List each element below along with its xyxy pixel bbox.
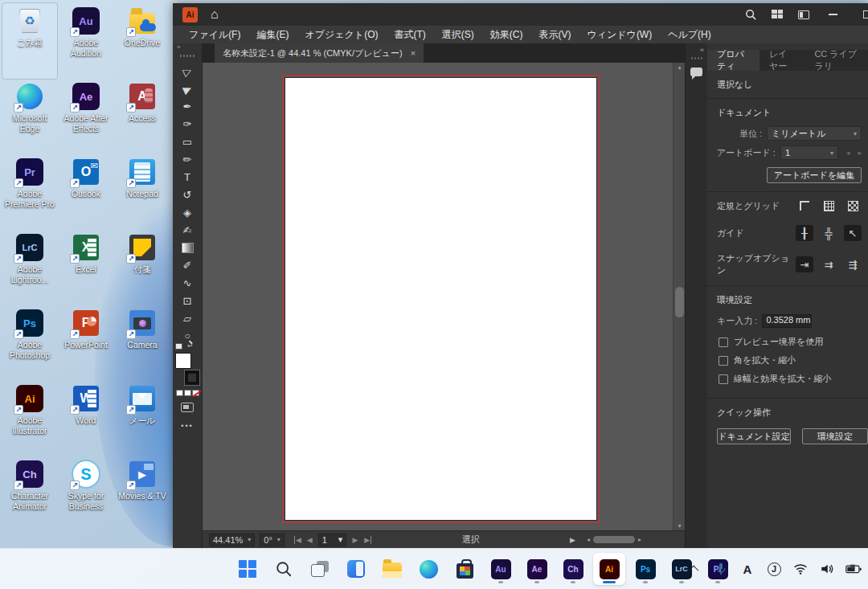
desktop-icon-movies-tv[interactable]: ↗ Movies & TV <box>115 456 170 532</box>
home-icon[interactable]: ⌂ <box>211 8 219 21</box>
edit-toolbar-icon[interactable]: ••• <box>181 422 193 430</box>
fill-swatch[interactable] <box>175 353 191 369</box>
menu-object[interactable]: オブジェクト(O) <box>297 28 386 42</box>
taskbar-illustrator-active[interactable]: Ai <box>593 553 625 585</box>
smart-guides-icon[interactable]: ↖ <box>844 225 862 241</box>
curvature-tool[interactable]: ✑ <box>176 115 199 133</box>
desktop-icon-mail[interactable]: ↗ メール <box>115 381 170 456</box>
workspace-switcher-icon[interactable] <box>772 10 784 19</box>
edge-button[interactable] <box>412 553 444 585</box>
desktop-icon-sticky-notes[interactable]: ↗ 付箋 <box>115 230 170 305</box>
desktop-icon-word[interactable]: W↗ Word <box>59 381 113 456</box>
desktop-icon-adobe-after-effects[interactable]: Ae↗ Adobe After Effects <box>59 79 113 154</box>
canvas[interactable]: ▴ ▾ <box>203 63 685 530</box>
dock-grip[interactable] <box>691 57 702 59</box>
keyboard-increment-input[interactable]: 0.3528 mm <box>762 314 812 328</box>
tray-overflow-button[interactable] <box>686 559 702 579</box>
menu-window[interactable]: ウィンドウ(W) <box>579 28 660 42</box>
tab-layers[interactable]: レイヤー <box>760 50 805 71</box>
first-artboard-icon[interactable]: ◀ <box>294 536 301 544</box>
desktop-icon-adobe-lightroom-classic[interactable]: LrC↗ Adobe Lightroo... <box>2 230 57 305</box>
none-chip[interactable] <box>192 390 199 396</box>
comments-panel-icon[interactable] <box>690 67 702 76</box>
artboard[interactable] <box>285 78 596 520</box>
preferences-button[interactable]: 環境設定 <box>802 428 868 444</box>
next-artboard-icon[interactable]: ▸ <box>858 149 862 157</box>
desktop-icon-excel[interactable]: X↗ Excel <box>59 230 113 305</box>
selection-tool[interactable]: ▷ <box>176 62 199 80</box>
eyedropper-tool[interactable]: ✐ <box>176 256 199 274</box>
vertical-scrollbar[interactable]: ▴ ▾ <box>673 63 685 530</box>
start-button[interactable] <box>231 553 264 585</box>
paintbrush-tool[interactable]: ✏ <box>176 150 199 168</box>
desktop-icon-adobe-illustrator[interactable]: Ai↗ Adobe Illustrator <box>2 381 57 456</box>
artboard-number-select[interactable]: 1 ▾ <box>318 534 347 546</box>
menu-edit[interactable]: 編集(E) <box>248 28 297 42</box>
panel-toggle-icon[interactable] <box>798 10 809 19</box>
show-guides-icon[interactable]: ╂ <box>796 225 813 241</box>
tab-cc-libraries[interactable]: CC ライブラリ <box>805 50 868 71</box>
desktop-icon-outlook[interactable]: O↗ Outlook <box>59 154 113 230</box>
scroll-right-icon[interactable]: ▸ <box>638 536 641 543</box>
previous-artboard-icon[interactable]: ◂ <box>846 149 850 157</box>
maximize-button[interactable] <box>863 10 868 18</box>
minimize-button[interactable] <box>829 14 837 15</box>
scroll-down-icon[interactable]: ▾ <box>674 522 686 530</box>
unit-select[interactable]: ミリメートル ▾ <box>767 126 862 141</box>
illustrator-app-icon[interactable]: Ai <box>182 7 198 22</box>
color-chip[interactable] <box>176 390 183 396</box>
tab-properties[interactable]: プロパティ <box>707 50 760 71</box>
gradient-tool[interactable] <box>176 239 199 256</box>
stroke-swatch[interactable] <box>185 370 199 385</box>
vertical-scroll-thumb[interactable] <box>675 287 684 317</box>
desktop-icon-access[interactable]: A↗ Access <box>115 79 170 154</box>
menu-file[interactable]: ファイル(F) <box>181 28 248 42</box>
last-artboard-icon[interactable]: ▶ <box>363 536 371 544</box>
close-tab-icon[interactable]: × <box>411 48 416 58</box>
snap-to-pixel-icon[interactable]: ⇶ <box>844 256 862 272</box>
desktop-icon-notepad[interactable]: ↗ Notepad <box>115 154 170 230</box>
default-fill-stroke-icon[interactable] <box>175 343 182 350</box>
desktop-icon-skype-for-business[interactable]: S↗ Skype for Business <box>59 456 113 532</box>
scale-corners-checkbox[interactable] <box>719 356 728 366</box>
previous-artboard-icon[interactable]: ◀ <box>307 536 313 544</box>
toolbar-collapse-icon[interactable]: » <box>173 43 202 53</box>
document-tab[interactable]: 名称未設定-1 @ 44.41 % (CMYK/プレビュー) × <box>215 43 424 63</box>
horizontal-scroll-thumb[interactable] <box>593 536 635 543</box>
widgets-button[interactable] <box>340 553 372 585</box>
desktop-icon-adobe-audition[interactable]: Au↗ Adobe Audition <box>59 3 113 79</box>
document-setup-button[interactable]: ドキュメント設定 <box>717 428 791 444</box>
microphone-tray-icon[interactable] <box>713 559 729 579</box>
show-transparency-grid-icon[interactable] <box>844 198 862 214</box>
draw-mode-icon[interactable] <box>181 403 194 412</box>
battery-icon[interactable] <box>845 559 862 579</box>
desktop-icon-microsoft-edge[interactable]: ↗ Microsoft Edge <box>2 79 57 154</box>
wifi-icon[interactable] <box>792 559 809 579</box>
taskbar-search-button[interactable] <box>268 553 300 585</box>
taskbar-after-effects[interactable]: Ae <box>521 553 553 585</box>
gradient-chip[interactable] <box>184 390 191 396</box>
desktop-icon-adobe-photoshop[interactable]: Ps↗ Adobe Photoshop <box>2 305 57 381</box>
menu-help[interactable]: ヘルプ(H) <box>660 28 719 42</box>
task-view-button[interactable] <box>304 553 336 585</box>
menu-select[interactable]: 選択(S) <box>434 28 482 42</box>
file-explorer-button[interactable] <box>376 553 408 585</box>
snap-to-point-icon[interactable]: ⇥ <box>796 256 813 272</box>
type-tool[interactable]: T <box>176 168 199 186</box>
toolbar-grip[interactable] <box>180 55 194 57</box>
taskbar-photoshop[interactable]: Ps <box>629 553 661 585</box>
symbol-sprayer-tool[interactable]: ⊡ <box>176 292 199 309</box>
direct-selection-tool[interactable]: ▶ <box>176 80 199 97</box>
desktop-icon-character-animator[interactable]: Ch↗ Character Animator <box>2 456 57 532</box>
edit-artboards-button[interactable]: アートボードを編集 <box>767 167 862 183</box>
artboard-select[interactable]: 1 ▾ <box>780 145 838 160</box>
search-icon[interactable] <box>745 9 757 21</box>
zoom-level-select[interactable]: 44.41% ▾ <box>209 534 255 546</box>
desktop-icon-recycle-bin[interactable]: ♻ ごみ箱 <box>2 3 57 79</box>
rotate-tool[interactable]: ↺ <box>176 186 199 203</box>
scroll-left-icon[interactable]: ◂ <box>587 536 590 543</box>
taskbar-character-animator[interactable]: Ch <box>557 553 589 585</box>
rotation-select[interactable]: 0° ▾ <box>260 534 285 546</box>
ime-mode-icon[interactable]: A <box>739 559 755 579</box>
horizontal-scrollbar[interactable]: ◂ ▸ <box>587 535 674 545</box>
